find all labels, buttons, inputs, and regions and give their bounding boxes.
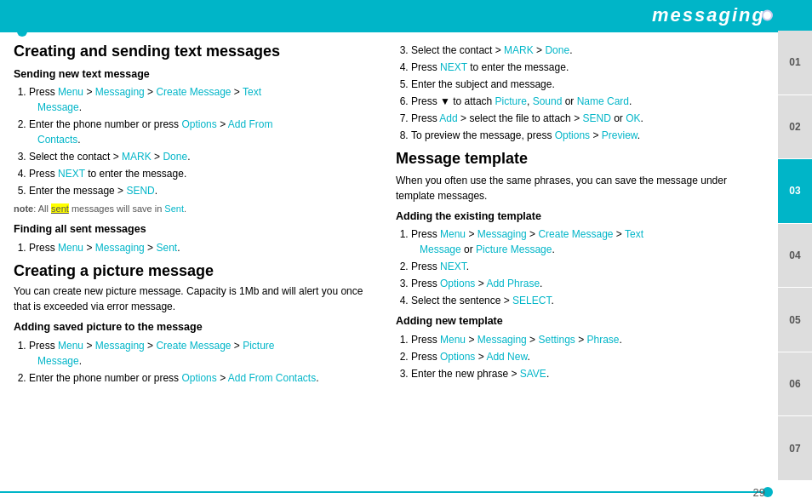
finding-steps: Press Menu > Messaging > Sent. bbox=[14, 240, 382, 255]
template-title: Message template bbox=[396, 150, 764, 169]
nav-item-07[interactable]: 07 bbox=[778, 416, 812, 480]
finding-heading: Finding all sent messages bbox=[14, 221, 382, 238]
pic-step-2: Enter the phone number or press Options … bbox=[29, 370, 382, 386]
adding-picture-heading: Adding saved picture to the message bbox=[14, 319, 382, 335]
sending-steps: Press Menu > Messaging > Create Message … bbox=[14, 84, 382, 198]
header-bar: messaging bbox=[0, 0, 812, 31]
subsection-finding: Finding all sent messages Press Menu > M… bbox=[14, 221, 382, 255]
header-title: messaging bbox=[652, 4, 765, 26]
subsection-adding-picture: Adding saved picture to the message Pres… bbox=[14, 319, 382, 386]
page-number: 29 bbox=[753, 486, 765, 499]
adding-picture-steps: Press Menu > Messaging > Create Message … bbox=[14, 338, 382, 386]
template-intro: When you often use the same phrases, you… bbox=[396, 173, 764, 203]
continued-steps: Select the contact > MARK > Done. Press … bbox=[396, 43, 764, 143]
picture-intro: You can create new picture message. Capa… bbox=[14, 284, 382, 314]
nav-item-04[interactable]: 04 bbox=[778, 224, 812, 289]
exist-step-1: Press Menu > Messaging > Create Message … bbox=[411, 226, 764, 257]
exist-step-2: Press NEXT. bbox=[411, 259, 764, 274]
subheader-line bbox=[0, 31, 778, 32]
nav-item-02[interactable]: 02 bbox=[778, 95, 812, 160]
cont-step-4: Press NEXT to enter the message. bbox=[411, 60, 764, 75]
step-4: Press NEXT to enter the message. bbox=[29, 166, 382, 181]
left-column: Creating and sending text messages Sendi… bbox=[14, 43, 382, 473]
footer-line bbox=[0, 491, 769, 493]
note: note: All sent messages will save in Sen… bbox=[14, 202, 382, 216]
nav-item-03[interactable]: 03 bbox=[778, 159, 812, 224]
section1-title: Creating and sending text messages bbox=[14, 43, 382, 61]
cont-step-5: Enter the subject and message. bbox=[411, 77, 764, 92]
step-2: Enter the phone number or press Options … bbox=[29, 117, 382, 147]
exist-step-3: Press Options > Add Phrase. bbox=[411, 276, 764, 291]
right-column: Select the contact > MARK > Done. Press … bbox=[396, 43, 764, 473]
new-step-1: Press Menu > Messaging > Settings > Phra… bbox=[411, 332, 764, 347]
step-5: Enter the message > SEND. bbox=[29, 183, 382, 198]
sending-heading: Sending new text message bbox=[14, 66, 382, 83]
new-template-heading: Adding new template bbox=[396, 313, 764, 329]
new-step-3: Enter the new phrase > SAVE. bbox=[411, 366, 764, 381]
exist-step-4: Select the sentence > SELECT. bbox=[411, 293, 764, 308]
subsection-new-template: Adding new template Press Menu > Messagi… bbox=[396, 313, 764, 381]
side-nav: 01 02 03 04 05 06 07 bbox=[778, 31, 812, 480]
footer: 29 bbox=[0, 480, 812, 504]
nav-item-01[interactable]: 01 bbox=[778, 31, 812, 95]
section2-title: Creating a picture message bbox=[14, 262, 382, 281]
nav-item-06[interactable]: 06 bbox=[778, 352, 812, 417]
new-step-2: Press Options > Add New. bbox=[411, 349, 764, 364]
step-1: Press Menu > Messaging > Create Message … bbox=[29, 84, 382, 115]
cont-step-3: Select the contact > MARK > Done. bbox=[411, 43, 764, 58]
existing-steps: Press Menu > Messaging > Create Message … bbox=[396, 226, 764, 308]
header-bullet-right bbox=[762, 10, 773, 21]
subsection-existing-template: Adding the existing template Press Menu … bbox=[396, 209, 764, 309]
cont-step-6: Press ▼ to attach Picture, Sound or Name… bbox=[411, 94, 764, 109]
pic-step-1: Press Menu > Messaging > Create Message … bbox=[29, 338, 382, 369]
subsection-sending: Sending new text message Press Menu > Me… bbox=[14, 66, 382, 216]
main-content: Creating and sending text messages Sendi… bbox=[0, 34, 778, 480]
cont-step-7: Press Add > select the file to attach > … bbox=[411, 111, 764, 126]
new-template-steps: Press Menu > Messaging > Settings > Phra… bbox=[396, 332, 764, 381]
cont-step-8: To preview the message, press Options > … bbox=[411, 128, 764, 143]
find-step-1: Press Menu > Messaging > Sent. bbox=[29, 240, 382, 255]
step-3: Select the contact > MARK > Done. bbox=[29, 149, 382, 164]
nav-item-05[interactable]: 05 bbox=[778, 288, 812, 352]
existing-heading: Adding the existing template bbox=[396, 209, 764, 225]
